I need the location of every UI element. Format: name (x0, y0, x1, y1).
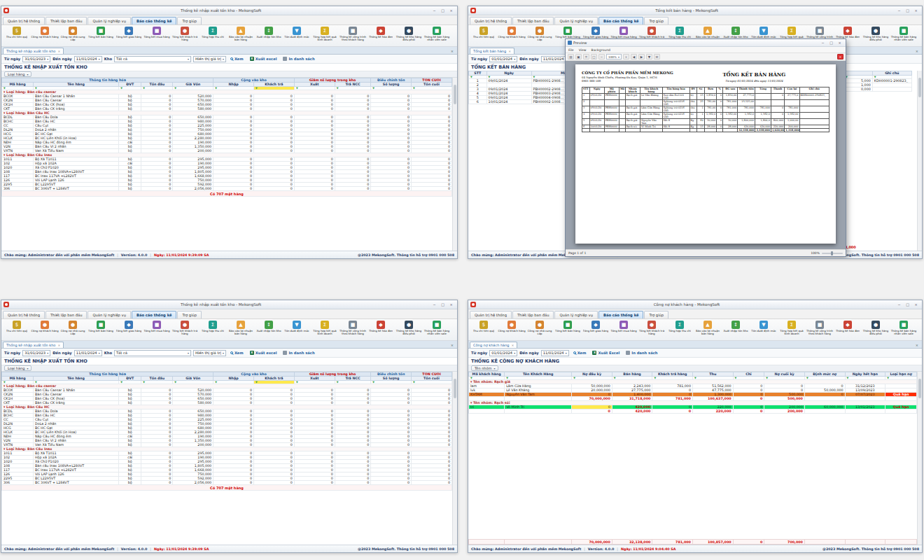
delivery-summary-button[interactable]: ◆Tổng kết giao hàng (582, 320, 610, 336)
close-button[interactable]: × (447, 8, 455, 14)
menu-tab-5[interactable]: Trợ giúp (177, 17, 202, 24)
column-header[interactable]: Loại hạn nợ (886, 372, 917, 377)
customer-returns-button[interactable]: ●Tổng kết khách trả hàng (171, 26, 199, 42)
zoom-select[interactable]: 100%▾ (606, 54, 622, 59)
customer-debt-button[interactable]: ●Công nợ khách hàng (31, 320, 59, 336)
menu-tab-2[interactable]: Thiết lập ban đầu (512, 311, 554, 318)
column-header[interactable]: Khách trả hàng (652, 372, 693, 377)
column-header[interactable]: Mã khách hàng (469, 372, 505, 377)
menu-tab-1[interactable]: Quản trị hệ thống (470, 311, 512, 318)
maximize-button[interactable]: □ (439, 8, 447, 14)
menu-tab-5[interactable]: Trợ giúp (177, 311, 202, 318)
doc-tab-inventory[interactable]: Thống kê nhập xuất tồn kho × (3, 48, 64, 54)
business-result-button[interactable]: ΣTổng hợp kết quả kinh doanh (778, 320, 806, 336)
close-tab-icon[interactable]: × (57, 344, 60, 347)
close-tab-icon[interactable]: × (508, 50, 511, 53)
display-mode-select[interactable]: Hiển thị giá trị▾ (193, 350, 226, 356)
menu-tab-2[interactable]: Thiết lập ban đầu (46, 311, 88, 318)
close-preview-icon[interactable]: × (837, 54, 844, 59)
titlebar[interactable]: Công nợ khách hàng - MekongSoft ─ □ × (468, 300, 922, 309)
to-date-input[interactable]: 11/01/2024▾ (541, 350, 569, 356)
low-stock-button[interactable]: ▼Tồn dưới định mức (283, 26, 311, 42)
close-all-tabs-icon[interactable]: × (449, 343, 456, 348)
purchase-summary-button[interactable]: ■Tổng kết mua hàng (610, 320, 638, 336)
sales-summary-button[interactable]: ■Tổng kết bán hàng (87, 26, 115, 42)
dispatch-stats-button[interactable]: ●Thống kê kho hàng điều phối (395, 26, 423, 42)
close-all-tabs-icon[interactable]: × (913, 343, 920, 348)
dispatch-stats-button[interactable]: ●Thống kê kho hàng điều phối (862, 26, 890, 42)
inventory-flow-button[interactable]: ↕Xuất nhập tồn kho (722, 320, 750, 336)
vertical-scrollbar[interactable] (917, 71, 922, 251)
inventory-flow-button[interactable]: ↕Xuất nhập tồn kho (255, 26, 283, 42)
close-button[interactable]: × (447, 302, 455, 308)
prev-page-icon[interactable]: ◀ (631, 54, 637, 59)
sales-summary-button[interactable]: ■Tổng kết bán hàng (554, 320, 582, 336)
invoice-stats-button[interactable]: ◆Thống kê hóa đơn (367, 26, 395, 42)
menu-tab-5[interactable]: Trợ giúp (644, 17, 668, 24)
supplier-debt-button[interactable]: ●Công nợ nhà cung cấp (59, 26, 87, 42)
project-stats-button[interactable]: ■Thống kê công trình theo khách hàng (339, 320, 367, 336)
view-button[interactable]: Xem (228, 57, 246, 61)
warehouse-select[interactable]: Tất cả▾ (114, 350, 191, 356)
next-page-icon[interactable]: ▶ (638, 54, 645, 59)
customer-returns-button[interactable]: ●Tổng kết khách trả hàng (638, 320, 666, 336)
salesman-stats-button[interactable]: ■Thống kê bán hàng nhân viên sale (423, 320, 451, 336)
print-icon[interactable]: ▣ (575, 54, 582, 59)
supplier-debt-button[interactable]: ●Công nợ nhà cung cấp (59, 320, 87, 336)
supplier-debt-button[interactable]: ●Công nợ nhà cung cấp (526, 320, 554, 336)
menu-tab-4[interactable]: Báo cáo thống kê (598, 17, 644, 24)
from-date-input[interactable]: 31/01/2023▾ (22, 350, 50, 356)
from-date-input[interactable]: 01/01/2024▾ (489, 56, 517, 62)
preview-menu-file[interactable]: File (568, 48, 574, 52)
export-excel-button[interactable]: XXuất excel (248, 57, 279, 61)
salesman-stats-button[interactable]: ■Thống kê bán hàng nhân viên sale (890, 320, 918, 336)
preview-menu-view[interactable]: View (579, 48, 587, 52)
print-settings-icon[interactable]: ≡ (583, 54, 589, 59)
menu-tab-4[interactable]: Báo cáo thống kê (132, 17, 177, 24)
maximize-button[interactable]: □ (904, 8, 911, 14)
dispatch-stats-button[interactable]: ●Thống kê kho hàng điều phối (395, 320, 423, 336)
menu-tab-3[interactable]: Quản lý nghiệp vụ (88, 311, 130, 318)
maximize-button[interactable]: □ (827, 40, 835, 46)
view-button[interactable]: Xem (571, 351, 589, 355)
profit-report-button[interactable]: ▲Báo cáo lợi nhuận bán hàng (227, 320, 255, 336)
profit-report-button[interactable]: ▲Báo cáo lợi nhuận bán hàng (227, 26, 255, 42)
group-by-chip[interactable]: Loại hàng▾ (4, 365, 31, 371)
close-tab-icon[interactable]: × (57, 50, 60, 53)
titlebar[interactable]: Thống kê nhập xuất tồn kho - MekongSoft … (1, 6, 457, 15)
customer-debt-button[interactable]: ●Công nợ khách hàng (31, 26, 59, 42)
from-date-input[interactable]: 01/01/2024▾ (489, 350, 517, 356)
cash-book-button[interactable]: $Thu chi tiền quỹ (3, 320, 31, 336)
menu-tab-2[interactable]: Thiết lập ban đầu (512, 17, 554, 24)
print-button[interactable]: In danh sách (281, 351, 316, 355)
email-icon[interactable]: ✉ (654, 54, 660, 59)
close-button[interactable]: × (912, 302, 920, 308)
close-all-tabs-icon[interactable]: × (449, 49, 456, 54)
to-date-input[interactable]: 11/01/2024▾ (74, 56, 102, 62)
business-result-button[interactable]: ΣTổng hợp kết quả kinh doanh (311, 320, 339, 336)
titlebar[interactable]: Tổng kết bán hàng - MekongSoft ─ □ × (468, 6, 922, 15)
sales-summary-button[interactable]: ■Tổng kết bán hàng (87, 320, 115, 336)
invoice-stats-button[interactable]: ◆Thống kê hóa đơn (367, 320, 395, 336)
dispatch-stats-button[interactable]: ●Thống kê kho hàng điều phối (862, 320, 890, 336)
page-setup-icon[interactable]: □ (591, 54, 597, 59)
group-by-chip[interactable]: Loại hàng▾ (4, 71, 31, 77)
cash-book-button[interactable]: $Thu chi tiền quỹ (470, 26, 498, 42)
close-all-tabs-icon[interactable]: × (913, 49, 920, 54)
view-button[interactable]: Xem (228, 351, 246, 355)
delivery-summary-button[interactable]: ◆Tổng kết giao hàng (115, 320, 143, 336)
low-stock-button[interactable]: ▼Tồn dưới định mức (750, 320, 778, 336)
minimize-button[interactable]: ─ (430, 8, 438, 14)
profit-report-button[interactable]: ▲Báo cáo lợi nhuận bán hàng (694, 320, 722, 336)
menu-tab-1[interactable]: Quản trị hệ thống (470, 17, 512, 24)
menu-tab-5[interactable]: Trợ giúp (644, 311, 668, 318)
zoom-out-icon[interactable]: − (598, 54, 605, 59)
purchase-summary-button[interactable]: ■Tổng kết mua hàng (143, 26, 171, 42)
menu-tab-1[interactable]: Quản trị hệ thống (3, 311, 45, 318)
income-expense-button[interactable]: ΣTổng hợp thu chi (666, 320, 694, 336)
purchase-summary-button[interactable]: ■Tổng kết mua hàng (143, 320, 171, 336)
print-button[interactable]: In danh sách (281, 57, 316, 61)
menu-tab-3[interactable]: Quản lý nghiệp vụ (88, 17, 130, 24)
zoom-slider[interactable] (822, 253, 843, 254)
warehouse-select[interactable]: Tất cả▾ (114, 56, 191, 62)
